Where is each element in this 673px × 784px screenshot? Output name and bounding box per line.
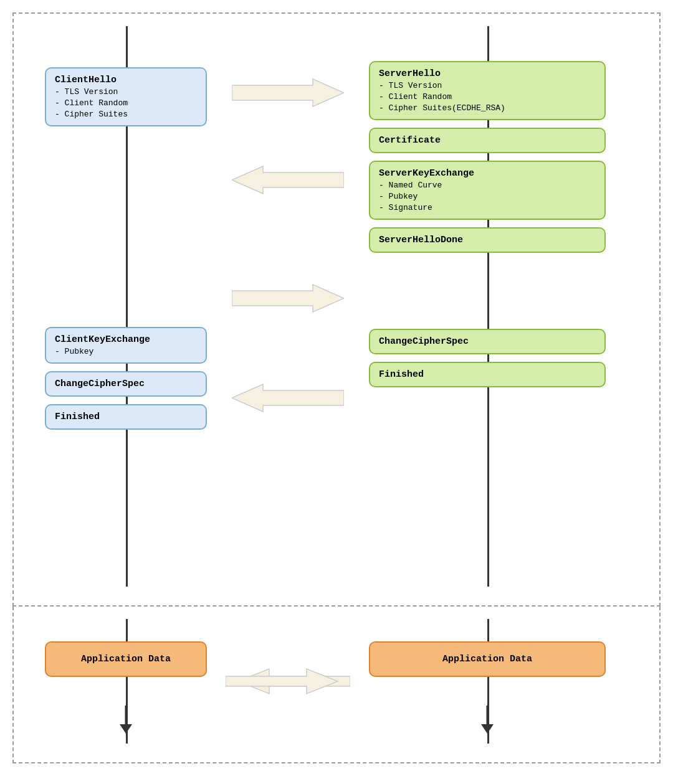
server-hello-title: ServerHello: [379, 68, 596, 79]
client-hello-box: ClientHello - TLS Version - Client Rando…: [45, 67, 207, 126]
arrow-left-1: [232, 163, 344, 201]
appdata-server-column: Application Data: [356, 619, 618, 744]
server-key-exchange-item-1: - Pubkey: [379, 192, 596, 201]
server-appdata-box: Application Data: [369, 641, 606, 677]
server-change-cipher-box: ChangeCipherSpec: [369, 329, 606, 354]
client-hello-item-0: - TLS Version: [55, 87, 197, 97]
server-key-exchange-box: ServerKeyExchange - Named Curve - Pubkey…: [369, 161, 606, 220]
client-column: ClientHello - TLS Version - Client Rando…: [32, 26, 219, 587]
server-key-exchange-title: ServerKeyExchange: [379, 168, 596, 179]
diagram-container: ClientHello - TLS Version - Client Rando…: [12, 12, 661, 763]
svg-marker-1: [232, 166, 344, 194]
appdata-client-column: Application Data: [32, 619, 219, 744]
server-hello-done-box: ServerHelloDone: [369, 227, 606, 253]
client-key-exchange-box: ClientKeyExchange - Pubkey: [45, 327, 207, 364]
client-hello-item-2: - Cipher Suites: [55, 110, 197, 119]
handshake-section: ClientHello - TLS Version - Client Rando…: [12, 12, 661, 607]
server-finished-title: Finished: [379, 369, 596, 380]
server-appdata-title: Application Data: [379, 654, 596, 664]
client-down-arrow: [117, 706, 135, 737]
svg-marker-7: [226, 669, 338, 694]
client-hello-title: ClientHello: [55, 75, 197, 85]
svg-marker-0: [232, 79, 344, 106]
client-appdata-title: Application Data: [55, 654, 197, 664]
server-change-cipher-title: ChangeCipherSpec: [379, 336, 596, 347]
arrows-column: [219, 26, 356, 587]
server-key-exchange-item-2: - Signature: [379, 203, 596, 212]
server-hello-item-2: - Cipher Suites(ECDHE_RSA): [379, 103, 596, 113]
client-finished-box: Finished: [45, 404, 207, 430]
arrow-left-2: [232, 381, 344, 418]
client-hello-item-1: - Client Random: [55, 98, 197, 108]
server-hello-done-title: ServerHelloDone: [379, 235, 596, 245]
server-finished-box: Finished: [369, 362, 606, 387]
client-appdata-box: Application Data: [45, 641, 207, 677]
server-hello-item-0: - TLS Version: [379, 81, 596, 90]
client-key-exchange-item-0: - Pubkey: [55, 347, 197, 356]
svg-marker-9: [481, 724, 494, 734]
svg-marker-3: [232, 384, 344, 412]
client-finished-title: Finished: [55, 412, 197, 422]
svg-marker-5: [120, 724, 132, 734]
certificate-box: Certificate: [369, 128, 606, 153]
server-down-arrow: [478, 706, 497, 737]
server-key-exchange-item-0: - Named Curve: [379, 181, 596, 190]
appdata-arrows: [219, 663, 356, 700]
server-column: ServerHello - TLS Version - Client Rando…: [356, 26, 618, 587]
client-key-exchange-title: ClientKeyExchange: [55, 334, 197, 345]
arrow-right-1: [232, 76, 344, 113]
svg-marker-2: [232, 285, 344, 312]
client-change-cipher-box: ChangeCipherSpec: [45, 371, 207, 397]
server-hello-box: ServerHello - TLS Version - Client Rando…: [369, 61, 606, 120]
arrow-right-2: [232, 281, 344, 319]
certificate-title: Certificate: [379, 135, 596, 146]
server-hello-item-1: - Client Random: [379, 92, 596, 102]
client-change-cipher-title: ChangeCipherSpec: [55, 379, 197, 389]
appdata-section: Application Data: [12, 607, 661, 763]
